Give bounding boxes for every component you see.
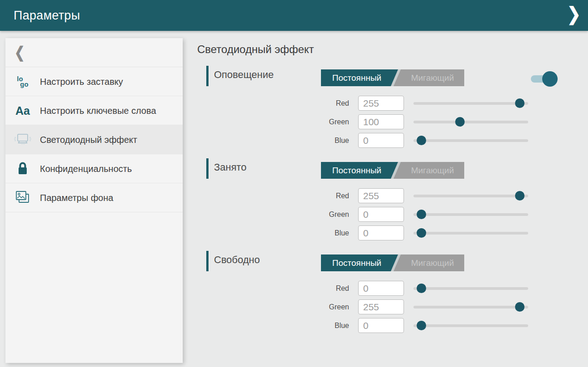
rgb-slider[interactable]	[413, 281, 528, 296]
sidebar-item-privacy[interactable]: Конфиденциальность	[5, 154, 183, 183]
rgb-channel-label: Green	[197, 118, 358, 126]
rgb-row: Blue	[197, 133, 583, 148]
rgb-value-input[interactable]	[358, 281, 404, 296]
rgb-slider[interactable]	[413, 96, 528, 111]
section-header: Занято Постоянный Мигающий	[197, 157, 583, 179]
section-header: Оповещение Постоянный Мигающий	[197, 65, 583, 87]
slider-track	[413, 324, 528, 327]
slider-thumb[interactable]	[417, 321, 426, 330]
slider-thumb[interactable]	[417, 228, 426, 238]
sidebar-item-label: Настроить ключевые слова	[40, 105, 156, 117]
rgb-value-input[interactable]	[358, 207, 404, 222]
sidebar-item-background[interactable]: Параметры фона	[5, 183, 183, 212]
led-section: Занято Постоянный Мигающий Red Green Blu…	[197, 157, 583, 240]
slider-track	[413, 121, 528, 123]
rgb-channel-label: Red	[197, 284, 358, 293]
slider-thumb[interactable]	[417, 210, 426, 219]
rgb-value-input[interactable]	[358, 299, 404, 314]
sidebar-item-screensaver[interactable]: logo Настроить заставку	[5, 67, 183, 96]
slider-thumb[interactable]	[417, 284, 426, 293]
section-accent-bar	[206, 66, 209, 86]
keywords-icon: Aa	[5, 105, 40, 117]
mode-segmented-control: Постоянный Мигающий	[321, 162, 464, 179]
rgb-channel-label: Green	[197, 303, 358, 311]
rgb-row: Red	[197, 281, 583, 296]
slider-track	[413, 102, 528, 105]
lock-icon	[5, 161, 40, 176]
segment-constant-button[interactable]: Постоянный	[321, 254, 393, 271]
rgb-channel-label: Red	[197, 99, 358, 108]
led-section: Свободно Постоянный Мигающий Red Green B…	[197, 250, 583, 333]
app-header: Параметры ❯	[0, 0, 588, 31]
rgb-rows: Red Green Blue	[197, 96, 583, 148]
slider-track	[413, 213, 528, 216]
led-sections: Оповещение Постоянный Мигающий Red Green	[197, 65, 583, 333]
rgb-row: Red	[197, 188, 583, 203]
settings-window: Параметры ❯ ❮ logo Настроить заставку Aa…	[0, 0, 588, 367]
sidebar-item-led-effect[interactable]: Светодиодный эффект	[5, 125, 183, 154]
segment-blinking-button[interactable]: Мигающий	[401, 69, 464, 86]
mode-segmented-control: Постоянный Мигающий	[321, 69, 464, 86]
rgb-slider[interactable]	[413, 207, 528, 222]
segment-constant-button[interactable]: Постоянный	[321, 162, 393, 179]
main-content: Светодиодный эффект Оповещение Постоянны…	[197, 43, 583, 343]
rgb-value-input[interactable]	[358, 188, 404, 203]
sidebar-collapse-button[interactable]: ❮	[5, 38, 183, 67]
rgb-row: Red	[197, 96, 583, 111]
rgb-value-input[interactable]	[358, 225, 404, 240]
sidebar-item-keywords[interactable]: Aa Настроить ключевые слова	[5, 96, 183, 125]
rgb-channel-label: Blue	[197, 137, 358, 145]
segment-constant-button[interactable]: Постоянный	[321, 69, 393, 86]
rgb-row: Green	[197, 114, 583, 129]
rgb-row: Green	[197, 299, 583, 314]
rgb-channel-label: Red	[197, 192, 358, 200]
toggle-knob	[542, 71, 558, 87]
segment-blinking-button[interactable]: Мигающий	[401, 162, 464, 179]
slider-track	[413, 287, 528, 290]
sidebar: ❮ logo Настроить заставку Aa Настроить к…	[5, 38, 183, 363]
collapse-chevron-icon: ❮	[15, 44, 25, 62]
rgb-slider[interactable]	[413, 133, 528, 148]
rgb-channel-label: Blue	[197, 322, 358, 330]
slider-thumb[interactable]	[515, 191, 525, 201]
rgb-channel-label: Green	[197, 210, 358, 219]
rgb-slider[interactable]	[413, 114, 528, 129]
slider-thumb[interactable]	[455, 117, 465, 127]
slider-track	[413, 306, 528, 308]
led-section: Оповещение Постоянный Мигающий Red Green	[197, 65, 583, 148]
sidebar-item-label: Светодиодный эффект	[40, 134, 137, 146]
rgb-slider[interactable]	[413, 299, 528, 314]
background-images-icon	[5, 190, 40, 206]
forward-chevron-icon[interactable]: ❯	[567, 3, 581, 25]
rgb-rows: Red Green Blue	[197, 188, 583, 240]
section-title: Занято	[214, 161, 247, 173]
rgb-value-input[interactable]	[358, 114, 404, 129]
sidebar-item-label: Параметры фона	[40, 192, 113, 204]
enable-toggle[interactable]	[531, 71, 556, 87]
sidebar-item-label: Конфиденциальность	[40, 163, 132, 175]
section-title: Оповещение	[214, 69, 274, 81]
logo-icon: logo	[5, 76, 40, 87]
slider-track	[413, 195, 528, 197]
page-title: Параметры	[14, 9, 80, 23]
section-title: Свободно	[214, 254, 260, 266]
rgb-value-input[interactable]	[358, 318, 404, 333]
slider-thumb[interactable]	[417, 136, 426, 145]
slider-thumb[interactable]	[515, 98, 525, 108]
slider-thumb[interactable]	[515, 302, 525, 312]
segment-blinking-button[interactable]: Мигающий	[401, 254, 464, 271]
rgb-value-input[interactable]	[358, 96, 404, 111]
rgb-slider[interactable]	[413, 225, 528, 240]
led-monitor-icon	[5, 133, 40, 147]
content-title: Светодиодный эффект	[197, 43, 583, 59]
rgb-row: Blue	[197, 318, 583, 333]
mode-segmented-control: Постоянный Мигающий	[321, 254, 464, 271]
rgb-slider[interactable]	[413, 188, 528, 203]
rgb-slider[interactable]	[413, 318, 528, 333]
section-header: Свободно Постоянный Мигающий	[197, 250, 583, 272]
rgb-rows: Red Green Blue	[197, 281, 583, 333]
rgb-value-input[interactable]	[358, 133, 404, 148]
rgb-channel-label: Blue	[197, 229, 358, 237]
rgb-row: Green	[197, 207, 583, 222]
section-accent-bar	[206, 158, 209, 179]
